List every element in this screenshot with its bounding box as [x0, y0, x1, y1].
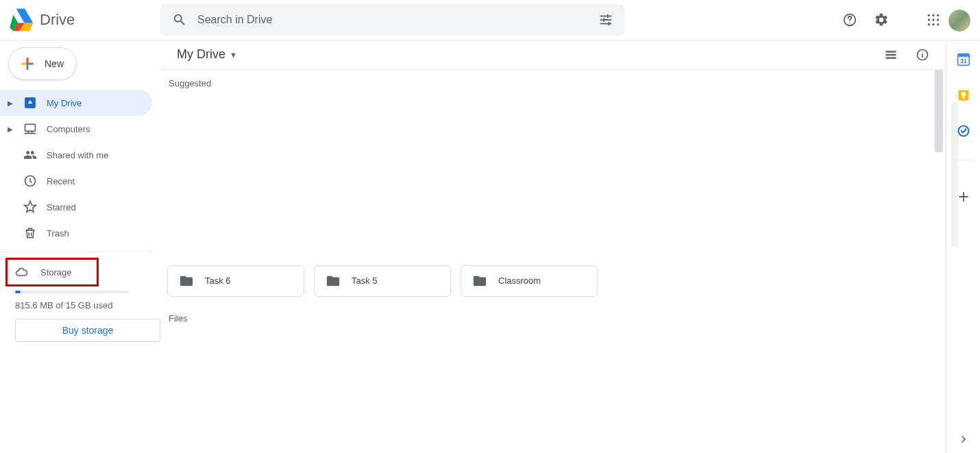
toolbar: My Drive ▼ [160, 40, 946, 70]
dropdown-arrow-icon: ▼ [230, 51, 237, 59]
side-panel: 31 [946, 40, 980, 453]
svg-point-33 [961, 92, 966, 97]
cloud-icon [14, 265, 28, 279]
svg-point-14 [932, 14, 934, 16]
new-button[interactable]: New [8, 47, 77, 80]
svg-point-20 [932, 23, 934, 25]
keep-app-icon[interactable] [957, 88, 970, 102]
svg-rect-10 [609, 22, 610, 26]
nav-computers[interactable]: ▶ Computers [0, 116, 152, 142]
storage-progress [15, 291, 129, 293]
folder-name: Task 5 [352, 276, 378, 286]
nav-recent[interactable]: ▶ Recent [0, 168, 152, 194]
folder-card[interactable]: Task 5 [314, 265, 451, 297]
brand[interactable]: Drive [8, 8, 160, 32]
nav-label: Shared with me [47, 150, 108, 160]
files-heading: Files [169, 313, 939, 323]
buy-storage-button[interactable]: Buy storage [15, 319, 160, 342]
side-divider [955, 160, 972, 160]
header: Drive [0, 0, 980, 40]
main-content: My Drive ▼ Suggested Task 6 [160, 40, 980, 453]
breadcrumb-my-drive[interactable]: My Drive ▼ [173, 45, 241, 64]
folder-card[interactable]: Task 6 [167, 265, 304, 297]
search-input[interactable] [193, 14, 592, 26]
svg-rect-6 [600, 19, 612, 21]
folders-row: Task 6 Task 5 Classroom [167, 265, 939, 297]
nav-trash[interactable]: ▶ Trash [0, 220, 152, 246]
svg-rect-26 [886, 57, 896, 59]
nav-label: My Drive [47, 98, 82, 108]
svg-marker-1 [16, 9, 33, 23]
storage-usage-text: 815.6 MB of 15 GB used [15, 300, 160, 310]
folder-name: Classroom [498, 276, 541, 286]
drive-logo-icon [8, 8, 33, 32]
folder-name: Task 6 [205, 276, 231, 286]
svg-point-13 [928, 14, 930, 16]
nav-label: Computers [47, 124, 90, 134]
suggested-heading: Suggested [169, 78, 939, 88]
search-options-icon[interactable] [592, 6, 620, 34]
apps-grid-icon[interactable] [920, 6, 947, 34]
tasks-app-icon[interactable] [957, 124, 970, 138]
search-icon[interactable] [166, 6, 193, 34]
svg-rect-34 [962, 97, 964, 99]
divider [0, 252, 152, 252]
svg-point-18 [937, 19, 939, 21]
folder-icon [326, 273, 341, 289]
settings-icon[interactable] [868, 6, 895, 34]
nav-my-drive[interactable]: ▶ My Drive [0, 90, 152, 116]
svg-point-21 [937, 23, 939, 25]
svg-rect-9 [603, 18, 604, 22]
svg-point-19 [928, 23, 930, 25]
svg-rect-30 [957, 54, 969, 57]
nav-label: Starred [47, 202, 76, 212]
svg-text:31: 31 [960, 58, 967, 64]
new-button-label: New [45, 58, 64, 69]
svg-rect-24 [886, 51, 896, 53]
svg-point-17 [932, 19, 934, 21]
storage-label: Storage [40, 267, 72, 278]
list-view-icon[interactable] [877, 41, 905, 69]
nav-storage[interactable]: Storage [14, 261, 97, 283]
svg-point-16 [928, 19, 930, 21]
collapse-panel-icon[interactable] [958, 434, 969, 445]
header-actions [836, 6, 947, 34]
breadcrumb-label: My Drive [177, 47, 225, 62]
svg-rect-25 [886, 54, 896, 56]
svg-point-28 [922, 52, 922, 53]
nav-shared-with-me[interactable]: ▶ Shared with me [0, 142, 152, 168]
annotation-highlight: Storage [5, 258, 99, 286]
scroll-thumb[interactable] [935, 70, 943, 152]
add-app-icon[interactable] [957, 191, 970, 203]
nav-starred[interactable]: ▶ Starred [0, 194, 152, 220]
sidebar: New ▶ My Drive ▶ Computers ▶ Shared with… [0, 40, 160, 453]
svg-point-15 [937, 14, 939, 16]
calendar-app-icon[interactable]: 31 [957, 53, 970, 66]
info-icon[interactable] [909, 41, 936, 69]
search-bar[interactable] [160, 4, 625, 36]
svg-rect-5 [600, 16, 612, 17]
svg-point-12 [849, 23, 850, 23]
svg-rect-22 [25, 124, 36, 131]
folder-card[interactable]: Classroom [461, 265, 598, 297]
account-avatar[interactable] [948, 10, 970, 32]
svg-rect-8 [607, 14, 609, 19]
svg-rect-7 [600, 23, 612, 25]
folder-icon [472, 273, 487, 289]
nav-label: Recent [47, 176, 75, 186]
help-icon[interactable] [836, 6, 863, 34]
plus-icon [19, 55, 36, 73]
folder-icon [179, 273, 194, 289]
chevron-right-icon[interactable]: ▶ [7, 99, 14, 107]
nav-label: Trash [47, 228, 69, 238]
brand-name: Drive [40, 11, 75, 29]
chevron-right-icon[interactable]: ▶ [7, 125, 14, 133]
